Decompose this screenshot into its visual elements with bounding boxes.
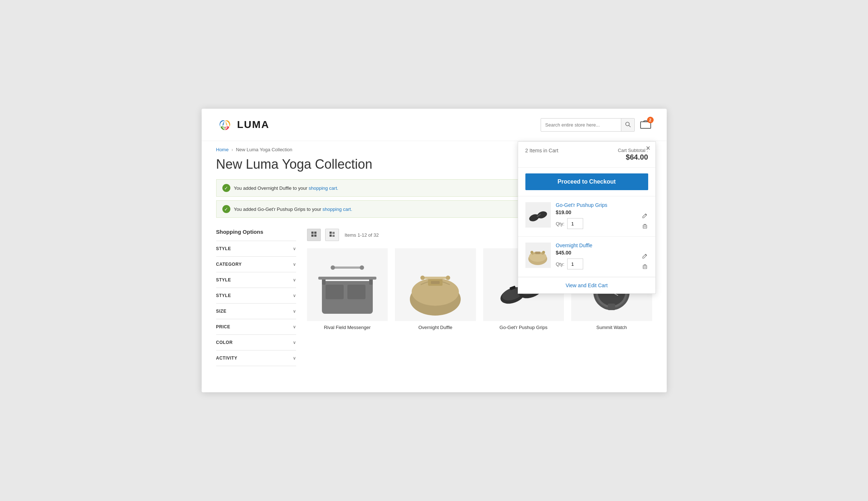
filter-activity-label: ACTIVITY (216, 356, 238, 361)
cart-item-qty-row-overnight-duffle: Qty: (556, 258, 637, 269)
grid-view-button[interactable] (307, 229, 321, 241)
filter-activity[interactable]: ACTIVITY ∨ (216, 350, 296, 366)
breadcrumb-home[interactable]: Home (216, 147, 229, 152)
notice-cart-link-2[interactable]: shopping cart. (323, 207, 352, 212)
notice-check-icon: ✓ (222, 184, 230, 192)
cart-item-image-pushup-grips (525, 202, 551, 228)
view-edit-cart-link[interactable]: View and Edit Cart (566, 282, 608, 288)
trash-icon (642, 224, 647, 229)
cart-dropdown-header: 2 Items in Cart Cart Subtotal : $64.00 (518, 142, 655, 168)
filter-style-3[interactable]: STYLE ∨ (216, 288, 296, 304)
edit-icon (642, 213, 647, 218)
trash-icon-2 (642, 264, 647, 269)
cart-subtotal-label: Cart Subtotal : (618, 148, 648, 153)
cart-items-count-label: 2 Items in Cart (525, 148, 558, 153)
product-card-overnight-duffle[interactable]: Overnight Duffle (395, 248, 476, 330)
breadcrumb-current: New Luma Yoga Collection (236, 147, 292, 152)
svg-rect-19 (318, 277, 376, 280)
svg-rect-11 (330, 235, 332, 237)
cart-items-list: Go-Get'r Pushup Grips $19.00 Qty: (518, 196, 655, 277)
product-image-overnight-duffle (395, 248, 476, 321)
search-icon (625, 121, 631, 127)
search-input[interactable] (541, 119, 621, 131)
search-box (541, 118, 635, 132)
cart-item-actions-pushup-grips (642, 202, 648, 231)
svg-rect-4 (311, 232, 314, 234)
svg-point-0 (223, 124, 226, 127)
cart-item-name-pushup-grips[interactable]: Go-Get'r Pushup Grips (556, 202, 637, 208)
edit-icon-2 (642, 253, 647, 258)
filter-size-label: SIZE (216, 309, 227, 314)
checkout-button[interactable]: Proceed to Checkout (525, 173, 648, 190)
main-window: LUMA 2 Home › (202, 109, 667, 392)
search-button[interactable] (621, 119, 634, 131)
header: LUMA 2 (202, 109, 667, 141)
cart-item-price-overnight-duffle: $45.00 (556, 250, 637, 256)
cart-subtotal-area: Cart Subtotal : $64.00 (618, 148, 648, 161)
chevron-down-icon-6: ∨ (293, 324, 296, 329)
svg-point-58 (542, 251, 545, 254)
svg-rect-8 (330, 232, 332, 234)
product-card-rival-messenger[interactable]: Rival Field Messenger (307, 248, 388, 330)
chevron-down-icon-3: ∨ (293, 277, 296, 282)
svg-rect-41 (608, 304, 615, 310)
edit-item-pushup-grips-button[interactable] (642, 212, 648, 220)
svg-rect-10 (332, 233, 335, 234)
delete-item-overnight-duffle-button[interactable] (642, 263, 648, 271)
svg-point-26 (420, 276, 425, 280)
filter-price[interactable]: PRICE ∨ (216, 319, 296, 335)
cart-subtotal-value: $64.00 (618, 153, 648, 161)
cart-item-price-pushup-grips: $19.00 (556, 209, 637, 215)
grid-icon (311, 231, 317, 237)
svg-rect-61 (643, 265, 647, 269)
chevron-down-icon-4: ∨ (293, 293, 296, 298)
filter-style-1[interactable]: STYLE ∨ (216, 241, 296, 257)
filter-style-2-label: STYLE (216, 277, 231, 282)
filter-size[interactable]: SIZE ∨ (216, 304, 296, 319)
svg-rect-15 (326, 285, 344, 299)
cart-item-actions-overnight-duffle (642, 243, 648, 271)
notice-text-1: You added Overnight Duffle to your shopp… (234, 185, 339, 191)
header-right: 2 (541, 118, 652, 132)
edit-item-overnight-duffle-button[interactable] (642, 253, 648, 260)
cart-item-pushup-grips: Go-Get'r Pushup Grips $19.00 Qty: (518, 196, 655, 237)
filter-price-label: PRICE (216, 324, 230, 329)
svg-rect-6 (311, 235, 314, 237)
delete-item-pushup-grips-button[interactable] (642, 223, 648, 231)
product-image-rival-messenger (307, 248, 388, 321)
chevron-down-icon-8: ∨ (293, 356, 296, 361)
chevron-down-icon-2: ∨ (293, 262, 296, 267)
notice-check-icon-2: ✓ (222, 205, 230, 213)
cart-product-svg-duffle (526, 244, 550, 267)
cart-footer: View and Edit Cart (518, 277, 655, 293)
cart-close-button[interactable]: ✕ (646, 145, 650, 151)
product-name-rival-messenger: Rival Field Messenger (307, 325, 388, 330)
cart-item-info-overnight-duffle: Overnight Duffle $45.00 Qty: (556, 243, 637, 269)
notice-cart-link-1[interactable]: shopping cart. (308, 185, 338, 191)
filter-category-label: CATEGORY (216, 262, 242, 267)
qty-label-overnight-duffle: Qty: (556, 261, 565, 267)
luma-logo-icon (216, 116, 234, 133)
cart-button[interactable]: 2 (639, 118, 652, 131)
cart-item-info-pushup-grips: Go-Get'r Pushup Grips $19.00 Qty: (556, 202, 637, 229)
chevron-down-icon-7: ∨ (293, 340, 296, 345)
svg-rect-5 (314, 232, 316, 234)
svg-rect-16 (347, 285, 366, 299)
shopping-options-title: Shopping Options (216, 229, 296, 235)
cart-dropdown: ✕ 2 Items in Cart Cart Subtotal : $64.00… (518, 141, 656, 294)
cart-item-name-overnight-duffle[interactable]: Overnight Duffle (556, 243, 637, 248)
svg-point-22 (360, 265, 364, 270)
filter-style-2[interactable]: STYLE ∨ (216, 272, 296, 288)
list-view-button[interactable] (325, 229, 339, 241)
filter-category[interactable]: CATEGORY ∨ (216, 257, 296, 272)
cart-item-qty-row-pushup-grips: Qty: (556, 218, 637, 229)
qty-input-overnight-duffle[interactable] (567, 258, 583, 269)
filter-list: STYLE ∨ CATEGORY ∨ STYLE ∨ STYLE ∨ SIZE (216, 241, 296, 366)
qty-input-pushup-grips[interactable] (567, 218, 583, 229)
filter-color-label: COLOR (216, 340, 233, 345)
qty-label-pushup-grips: Qty: (556, 221, 565, 227)
filter-color[interactable]: COLOR ∨ (216, 335, 296, 350)
product-svg-bag-messenger (315, 256, 380, 321)
svg-rect-59 (535, 252, 540, 254)
svg-point-21 (331, 265, 335, 270)
